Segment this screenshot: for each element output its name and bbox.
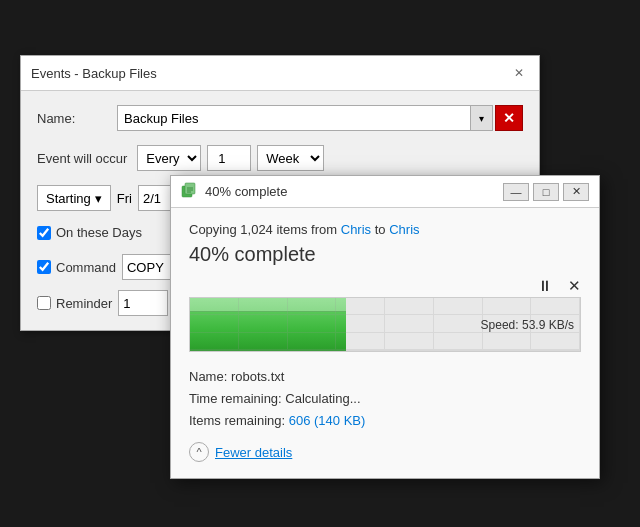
starting-button[interactable]: Starting ▾ <box>37 185 111 211</box>
fg-titlebar-controls: — □ ✕ <box>503 183 589 201</box>
items-remaining-label: Items remaining: <box>189 413 285 428</box>
file-name-row: Name: robots.txt <box>189 366 581 388</box>
command-checkbox[interactable] <box>37 260 51 274</box>
progress-bar-wave <box>190 298 346 312</box>
command-checkbox-label[interactable]: Command <box>37 260 116 275</box>
copying-text: Copying 1,024 items from <box>189 222 337 237</box>
to-name-link[interactable]: Chris <box>389 222 419 237</box>
name-label-text: Name: <box>189 369 227 384</box>
name-dropdown-button[interactable]: ▾ <box>471 105 493 131</box>
name-label: Name: <box>37 111 117 126</box>
fg-titlebar-left: 40% complete <box>181 182 287 201</box>
reminder-checkbox-label[interactable]: Reminder <box>37 296 112 311</box>
event-occur-label: Event will occur <box>37 151 127 166</box>
number-input[interactable] <box>207 145 251 171</box>
fg-minimize-button[interactable]: — <box>503 183 529 201</box>
starting-day-label: Fri <box>117 191 132 206</box>
starting-label: Starting <box>46 191 91 206</box>
starting-chevron-icon: ▾ <box>95 191 102 206</box>
fewer-details-row[interactable]: ^ Fewer details <box>189 442 581 462</box>
progress-bar-fill <box>190 298 346 351</box>
fg-content: Copying 1,024 items from Chris to Chris … <box>171 208 599 478</box>
progress-title: 40% complete <box>189 243 581 266</box>
on-these-days-label[interactable]: On these Days <box>37 225 142 240</box>
on-these-days-checkbox[interactable] <box>37 226 51 240</box>
file-name: robots.txt <box>231 369 284 384</box>
file-info: Name: robots.txt Time remaining: Calcula… <box>189 366 581 432</box>
week-select[interactable]: Week Day Month <box>257 145 324 171</box>
reminder-input[interactable] <box>118 290 168 316</box>
pause-button[interactable]: ⏸ <box>537 278 552 293</box>
cancel-transfer-button[interactable]: ✕ <box>568 278 581 293</box>
fewer-details-icon: ^ <box>189 442 209 462</box>
bg-titlebar: Events - Backup Files ✕ <box>21 56 539 91</box>
progress-bar-container: Speed: 53.9 KB/s <box>189 297 581 352</box>
progress-area: ⏸ ✕ <box>189 278 581 352</box>
reminder-checkbox[interactable] <box>37 296 51 310</box>
reminder-label: Reminder <box>56 296 112 311</box>
items-remaining-row: Items remaining: 606 (140 KB) <box>189 410 581 432</box>
on-these-days-text: On these Days <box>56 225 142 240</box>
progress-window: 40% complete — □ ✕ Copying 1,024 items f… <box>170 175 600 479</box>
fg-close-button[interactable]: ✕ <box>563 183 589 201</box>
fg-window-title: 40% complete <box>205 184 287 199</box>
time-remaining-value: Calculating... <box>285 391 360 406</box>
to-text: to <box>375 222 386 237</box>
bg-close-button[interactable]: ✕ <box>509 64 529 82</box>
name-input[interactable] <box>117 105 471 131</box>
fg-titlebar: 40% complete — □ ✕ <box>171 176 599 208</box>
name-delete-button[interactable]: ✕ <box>495 105 523 131</box>
bg-window-title: Events - Backup Files <box>31 66 157 81</box>
command-label: Command <box>56 260 116 275</box>
chevron-up-icon: ^ <box>196 446 201 458</box>
every-select[interactable]: Every Once Daily <box>137 145 201 171</box>
copy-progress-icon <box>181 182 197 201</box>
speed-label: Speed: 53.9 KB/s <box>481 318 574 332</box>
copy-info: Copying 1,024 items from Chris to Chris <box>189 222 581 237</box>
time-remaining-label: Time remaining: <box>189 391 282 406</box>
name-row: Name: ▾ ✕ <box>37 105 523 131</box>
fg-maximize-button[interactable]: □ <box>533 183 559 201</box>
items-remaining-value: 606 (140 KB) <box>289 413 366 428</box>
time-remaining-row: Time remaining: Calculating... <box>189 388 581 410</box>
from-name-link[interactable]: Chris <box>341 222 371 237</box>
event-occur-row: Event will occur Every Once Daily Week D… <box>37 145 523 171</box>
fewer-details-link[interactable]: Fewer details <box>215 445 292 460</box>
